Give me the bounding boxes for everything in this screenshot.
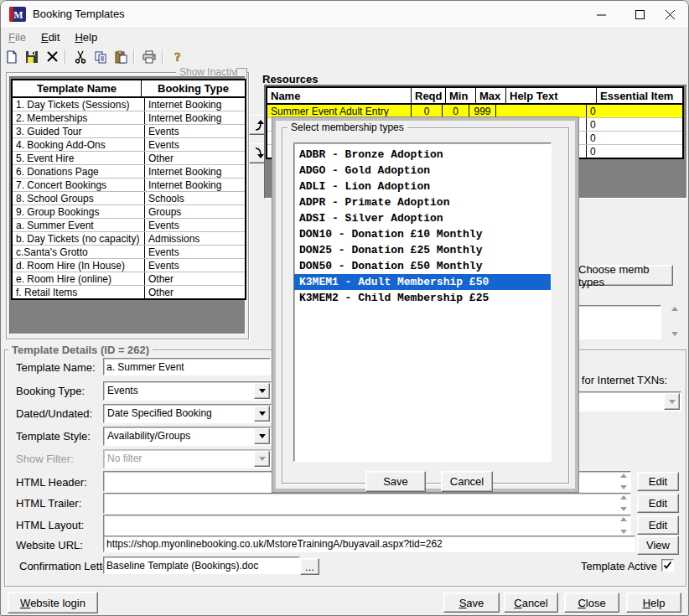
table-row[interactable]: b. Day Tickets (no capacity)Admissions <box>13 232 245 246</box>
chevron-down-icon <box>259 457 266 461</box>
website-login-button[interactable]: Website login <box>8 592 98 613</box>
table-row[interactable]: d. Room Hire (In House)Events <box>13 259 245 272</box>
list-item[interactable]: K3MEM2 - Child Membership £25 <box>294 290 551 306</box>
template-style-label: Template Style: <box>16 430 91 443</box>
template-style-combo[interactable]: Availability/Groups <box>103 427 272 446</box>
combo-arrow-button[interactable] <box>254 383 270 399</box>
new-icon[interactable] <box>3 49 21 65</box>
table-row[interactable]: 8. School GroupsSchools <box>13 192 245 205</box>
title-bar: M Booking Templates <box>1 1 688 28</box>
table-row[interactable]: 7. Concert BookingsInternet Booking <box>13 179 245 192</box>
print-icon[interactable] <box>140 49 158 65</box>
booking-type-combo[interactable]: Events <box>103 381 272 401</box>
dated-undated-combo[interactable]: Date Specified Booking <box>103 404 272 423</box>
chevron-down-icon <box>259 389 266 393</box>
list-item[interactable]: DON50 - Donation £50 Monthly <box>294 258 551 274</box>
list-item[interactable]: ADLI - Lion Adoption <box>294 179 551 194</box>
col-booking-type: Booking Type <box>142 80 245 96</box>
list-item-selected[interactable]: K3MEM1 - Adult Membership £50 <box>294 274 551 290</box>
membership-types-listbox[interactable]: ADBR - Bronze Adoption ADGO - Gold Adopt… <box>293 142 552 462</box>
confirmation-letter-input[interactable] <box>103 556 300 574</box>
table-row[interactable]: a. Summer EventEvents <box>13 219 245 232</box>
booking-type-label: Booking Type: <box>16 385 85 397</box>
table-row[interactable]: e. Room Hire (online)Other <box>13 272 245 286</box>
template-details-title: Template Details (ID = 262) <box>8 344 153 356</box>
delete-icon[interactable] <box>43 49 61 65</box>
html-layout-label: HTML Layout: <box>16 519 84 531</box>
copy-icon[interactable] <box>91 49 110 65</box>
combo-arrow-button[interactable] <box>254 428 270 444</box>
toolbar: ? <box>1 46 688 67</box>
save-button[interactable]: Save <box>443 593 500 613</box>
cancel-button[interactable]: Cancel <box>504 593 558 613</box>
html-trailer-input[interactable] <box>103 493 631 514</box>
col-template-name: Template Name <box>13 80 142 96</box>
html-header-label: HTML Header: <box>16 476 87 489</box>
toolbar-separator <box>162 49 163 65</box>
website-url-view-button[interactable]: View <box>637 536 679 555</box>
list-item[interactable]: DON10 - Donation £10 Monthly <box>294 226 551 242</box>
template-name-label: Template Name: <box>16 361 96 374</box>
combo-arrow-button[interactable] <box>254 406 270 422</box>
help-button[interactable]: Help <box>626 593 681 613</box>
menu-file[interactable]: File <box>1 29 34 45</box>
resources-title: Resources <box>262 73 318 85</box>
close-button[interactable] <box>651 1 689 28</box>
menu-edit[interactable]: Edit <box>34 29 67 45</box>
dialog-save-button[interactable]: Save <box>365 471 426 492</box>
list-item[interactable]: ADBR - Bronze Adoption <box>294 147 551 163</box>
maximize-icon <box>635 10 645 19</box>
dated-undated-label: Dated/Undated: <box>16 407 92 420</box>
table-row[interactable]: 4. Booking Add-OnsEvents <box>13 138 245 152</box>
list-item[interactable]: DON25 - Donation £25 Monthly <box>294 242 551 258</box>
table-row[interactable]: 1. Day Tickets (Sessions)Internet Bookin… <box>13 98 245 111</box>
list-item[interactable]: ADGO - Gold Adoption <box>294 163 551 179</box>
dialog-groupbox: Select membership types ADBR - Bronze Ad… <box>282 127 569 484</box>
table-row[interactable]: 6. Donations PageInternet Booking <box>13 165 245 179</box>
table-row[interactable]: f. Retail ItemsOther <box>13 286 245 298</box>
dialog-cancel-button[interactable]: Cancel <box>441 471 493 492</box>
template-name-input[interactable] <box>103 358 271 375</box>
table-row[interactable]: 3. Guided TourEvents <box>13 125 245 138</box>
table-row[interactable]: c.Santa's GrottoEvents <box>13 246 245 259</box>
select-membership-types-dialog: Select membership types ADBR - Bronze Ad… <box>272 116 579 493</box>
show-filter-label: Show Filter: <box>16 453 74 465</box>
spin-down-icon <box>671 332 678 336</box>
booking-templates-window: M Booking Templates File Edit Help <box>0 0 689 616</box>
minimize-icon <box>597 10 606 19</box>
table-row[interactable]: 2. MembershipsInternet Booking <box>13 111 245 125</box>
chevron-down-icon <box>259 412 266 416</box>
template-table: Template Name Booking Type 1. Day Ticket… <box>11 79 246 300</box>
minimize-button[interactable] <box>583 1 620 28</box>
html-trailer-label: HTML Trailer: <box>16 497 81 510</box>
choose-memb-types-button[interactable]: Choose memb types <box>578 265 673 286</box>
app-logo-icon: M <box>9 7 26 22</box>
memb-types-spinner[interactable] <box>663 305 680 338</box>
html-layout-input[interactable] <box>103 515 631 536</box>
spin-down-icon <box>620 485 627 489</box>
spin-up-icon <box>620 474 627 478</box>
html-layout-edit-button[interactable]: Edit <box>637 515 679 535</box>
confirmation-letter-label: Confirmation Letter: <box>19 560 115 572</box>
check-icon <box>663 561 672 570</box>
list-item[interactable]: ADPR - Primate Adoption <box>294 194 551 210</box>
help-icon[interactable]: ? <box>168 49 187 65</box>
website-url-input[interactable] <box>103 536 635 552</box>
menu-bar: File Edit Help <box>1 28 688 46</box>
menu-help[interactable]: Help <box>67 29 105 45</box>
html-trailer-edit-button[interactable]: Edit <box>637 494 679 513</box>
cut-icon[interactable] <box>71 49 90 65</box>
html-header-edit-button[interactable]: Edit <box>637 472 679 491</box>
save-icon[interactable] <box>23 49 41 65</box>
combo-arrow-button <box>254 451 270 467</box>
table-row[interactable]: 9. Group BookingsGroups <box>13 205 245 219</box>
dialog-title: Select membership types <box>288 122 407 133</box>
paste-icon[interactable] <box>111 49 130 65</box>
spin-down-icon <box>620 530 627 534</box>
show-filter-combo: No filter <box>103 449 272 468</box>
confirmation-browse-button[interactable]: ... <box>300 558 319 575</box>
close-button-footer[interactable]: Close <box>564 593 619 613</box>
template-active-checkbox[interactable] <box>661 559 674 572</box>
list-item[interactable]: ADSI - Silver Adoption <box>294 210 551 226</box>
table-row[interactable]: 5. Event HireOther <box>13 152 245 165</box>
